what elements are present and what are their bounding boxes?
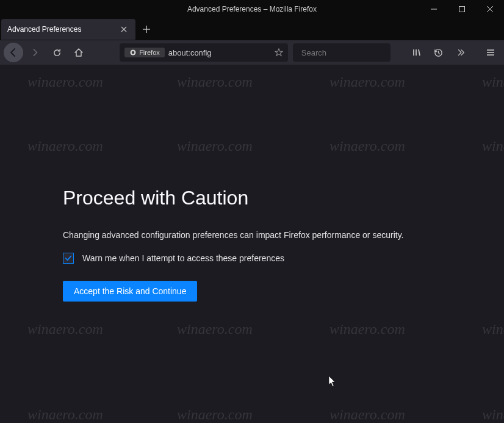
back-button[interactable] bbox=[4, 43, 23, 62]
watermark: winaero.com bbox=[482, 407, 504, 423]
watermark: winaero.com bbox=[177, 407, 253, 423]
watermark: winaero.com bbox=[177, 321, 253, 338]
content-area: Proceed with Caution Changing advanced c… bbox=[0, 65, 504, 423]
mouse-cursor-icon bbox=[329, 376, 337, 387]
svg-point-9 bbox=[132, 51, 135, 54]
new-tab-button[interactable] bbox=[135, 18, 157, 40]
minimize-button[interactable] bbox=[420, 0, 448, 18]
tabbar: Advanced Preferences bbox=[0, 18, 504, 40]
window-title: Advanced Preferences – Mozilla Firefox bbox=[187, 5, 317, 13]
watermark: winaero.com bbox=[329, 407, 405, 423]
forward-button[interactable] bbox=[26, 43, 45, 62]
url-input[interactable] bbox=[168, 48, 271, 57]
tab-label: Advanced Preferences bbox=[7, 25, 81, 34]
tab-close-button[interactable] bbox=[118, 24, 129, 35]
reload-button[interactable] bbox=[47, 43, 67, 62]
close-button[interactable] bbox=[476, 0, 504, 18]
firefox-icon bbox=[129, 49, 137, 56]
urlbar[interactable]: Firefox bbox=[120, 43, 288, 62]
watermark: winaero.com bbox=[329, 321, 405, 338]
home-button[interactable] bbox=[69, 43, 88, 62]
watermark: winaero.com bbox=[27, 321, 103, 338]
accept-risk-button[interactable]: Accept the Risk and Continue bbox=[63, 281, 197, 302]
titlebar: Advanced Preferences – Mozilla Firefox bbox=[0, 0, 504, 18]
about-config-warning: Proceed with Caution Changing advanced c… bbox=[0, 65, 504, 302]
warning-title: Proceed with Caution bbox=[63, 187, 441, 209]
watermark: winaero.com bbox=[27, 407, 103, 423]
navbar: Firefox bbox=[0, 40, 504, 65]
svg-line-14 bbox=[419, 49, 420, 56]
tab-advanced-preferences[interactable]: Advanced Preferences bbox=[1, 19, 135, 40]
history-button[interactable] bbox=[429, 43, 448, 62]
maximize-button[interactable] bbox=[448, 0, 476, 18]
identity-box[interactable]: Firefox bbox=[124, 48, 165, 57]
search-input[interactable] bbox=[301, 48, 404, 57]
watermark: winaero.com bbox=[482, 321, 504, 338]
warn-checkbox-row: Warn me when I attempt to access these p… bbox=[63, 253, 441, 264]
warn-checkbox[interactable] bbox=[63, 253, 74, 264]
searchbar[interactable] bbox=[293, 43, 391, 62]
warn-checkbox-label: Warn me when I attempt to access these p… bbox=[82, 253, 284, 263]
warning-message: Changing advanced configuration preferen… bbox=[63, 229, 441, 242]
menu-button[interactable] bbox=[481, 43, 500, 62]
bookmark-star-icon[interactable] bbox=[275, 48, 283, 57]
library-button[interactable] bbox=[408, 43, 427, 62]
svg-rect-1 bbox=[459, 7, 465, 12]
identity-label: Firefox bbox=[139, 49, 160, 56]
window-controls bbox=[420, 0, 504, 18]
check-icon bbox=[64, 254, 73, 262]
overflow-button[interactable] bbox=[451, 43, 470, 62]
